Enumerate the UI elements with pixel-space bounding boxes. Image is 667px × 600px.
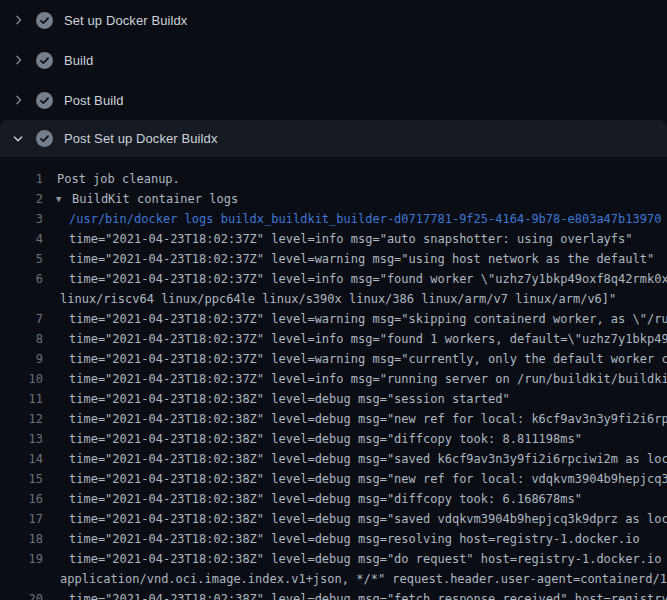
step-row-0[interactable]: Set up Docker Buildx [0, 0, 667, 40]
log-text: time="2021-04-23T18:02:37Z" level=warnin… [69, 309, 667, 329]
log-line: 5time="2021-04-23T18:02:37Z" level=warni… [0, 249, 667, 269]
log-text: time="2021-04-23T18:02:38Z" level=debug … [69, 449, 667, 469]
log-line: 4time="2021-04-23T18:02:37Z" level=info … [0, 229, 667, 249]
step-row-2[interactable]: Post Build [0, 80, 667, 120]
log-text: time="2021-04-23T18:02:37Z" level=info m… [69, 269, 667, 289]
line-number[interactable]: 3 [0, 209, 43, 229]
line-number[interactable]: 14 [0, 449, 43, 469]
log-line: 7time="2021-04-23T18:02:37Z" level=warni… [0, 309, 667, 329]
log-text: time="2021-04-23T18:02:38Z" level=debug … [69, 529, 640, 549]
line-number[interactable]: 9 [0, 349, 43, 369]
log-text: time="2021-04-23T18:02:38Z" level=debug … [69, 549, 667, 569]
log-line: 19time="2021-04-23T18:02:38Z" level=debu… [0, 549, 667, 569]
log-text: time="2021-04-23T18:02:38Z" level=debug … [69, 509, 667, 529]
step-label: Build [64, 53, 93, 68]
line-number[interactable]: 15 [0, 469, 43, 489]
log-line: application/vnd.oci.image.index.v1+json,… [0, 569, 667, 589]
log-line: 12time="2021-04-23T18:02:38Z" level=debu… [0, 409, 667, 429]
log-text: time="2021-04-23T18:02:38Z" level=debug … [69, 489, 582, 509]
line-number[interactable]: 2 [0, 189, 43, 209]
log-line: 20time="2021-04-23T18:02:38Z" level=debu… [0, 589, 667, 600]
log-text: Post job cleanup. [57, 169, 180, 189]
log-line: 6time="2021-04-23T18:02:37Z" level=info … [0, 269, 667, 289]
log-line: 9time="2021-04-23T18:02:37Z" level=warni… [0, 349, 667, 369]
step-label: Post Set up Docker Buildx [64, 131, 218, 146]
line-number[interactable]: 10 [0, 369, 43, 389]
log-line: 3/usr/bin/docker logs buildx_buildkit_bu… [0, 209, 667, 229]
log-group-title[interactable]: BuildKit container logs [72, 189, 238, 209]
step-row-1[interactable]: Build [0, 40, 667, 80]
line-number[interactable]: 17 [0, 509, 43, 529]
log-command-text: /usr/bin/docker logs buildx_buildkit_bui… [69, 209, 661, 229]
log-line: 18time="2021-04-23T18:02:38Z" level=debu… [0, 529, 667, 549]
log-line: 1Post job cleanup. [0, 169, 667, 189]
line-number[interactable]: 12 [0, 409, 43, 429]
log-text: time="2021-04-23T18:02:37Z" level=info m… [69, 229, 633, 249]
log-text: time="2021-04-23T18:02:38Z" level=debug … [69, 389, 510, 409]
line-number[interactable]: 6 [0, 269, 43, 289]
step-row-3[interactable]: Post Set up Docker Buildx [0, 120, 667, 157]
step-label: Set up Docker Buildx [64, 13, 187, 28]
log-text: time="2021-04-23T18:02:37Z" level=info m… [69, 369, 667, 389]
chevron-down-icon [11, 132, 25, 146]
log-text: time="2021-04-23T18:02:37Z" level=info m… [69, 329, 667, 349]
log-line: 16time="2021-04-23T18:02:38Z" level=debu… [0, 489, 667, 509]
line-number[interactable]: 4 [0, 229, 43, 249]
log-line: 8time="2021-04-23T18:02:37Z" level=info … [0, 329, 667, 349]
chevron-right-icon [11, 93, 25, 107]
log-line: 15time="2021-04-23T18:02:38Z" level=debu… [0, 469, 667, 489]
check-circle-icon [36, 12, 53, 29]
log-line: 11time="2021-04-23T18:02:38Z" level=debu… [0, 389, 667, 409]
line-number [0, 289, 43, 309]
line-number[interactable]: 11 [0, 389, 43, 409]
steps-list: Set up Docker BuildxBuildPost BuildPost … [0, 0, 667, 157]
log-line: linux/riscv64 linux/ppc64le linux/s390x … [0, 289, 667, 309]
line-number[interactable]: 5 [0, 249, 43, 269]
line-number[interactable]: 16 [0, 489, 43, 509]
log-text: time="2021-04-23T18:02:38Z" level=debug … [69, 469, 667, 489]
chevron-right-icon [11, 13, 25, 27]
log-text: time="2021-04-23T18:02:38Z" level=debug … [69, 409, 667, 429]
step-label: Post Build [64, 93, 124, 108]
line-number[interactable]: 1 [0, 169, 43, 189]
log-line: 10time="2021-04-23T18:02:37Z" level=info… [0, 369, 667, 389]
log-viewer: 1Post job cleanup.2▼BuildKit container l… [0, 157, 667, 600]
log-text: time="2021-04-23T18:02:37Z" level=warnin… [69, 349, 667, 369]
log-line: 13time="2021-04-23T18:02:38Z" level=debu… [0, 429, 667, 449]
log-line: 17time="2021-04-23T18:02:38Z" level=debu… [0, 509, 667, 529]
log-text: time="2021-04-23T18:02:37Z" level=warnin… [69, 249, 654, 269]
check-circle-icon [36, 130, 53, 147]
line-number [0, 569, 43, 589]
line-number[interactable]: 19 [0, 549, 43, 569]
line-number[interactable]: 13 [0, 429, 43, 449]
log-line: 14time="2021-04-23T18:02:38Z" level=debu… [0, 449, 667, 469]
log-text: application/vnd.oci.image.index.v1+json,… [60, 569, 667, 589]
group-toggle-icon[interactable]: ▼ [56, 189, 66, 209]
check-circle-icon [36, 92, 53, 109]
chevron-right-icon [11, 53, 25, 67]
check-circle-icon [36, 52, 53, 69]
log-text: time="2021-04-23T18:02:38Z" level=debug … [69, 429, 582, 449]
line-number[interactable]: 8 [0, 329, 43, 349]
log-text: linux/riscv64 linux/ppc64le linux/s390x … [60, 289, 616, 309]
log-text: time="2021-04-23T18:02:38Z" level=debug … [69, 589, 667, 600]
line-number[interactable]: 20 [0, 589, 43, 600]
log-line: 2▼BuildKit container logs [0, 189, 667, 209]
line-number[interactable]: 7 [0, 309, 43, 329]
line-number[interactable]: 18 [0, 529, 43, 549]
